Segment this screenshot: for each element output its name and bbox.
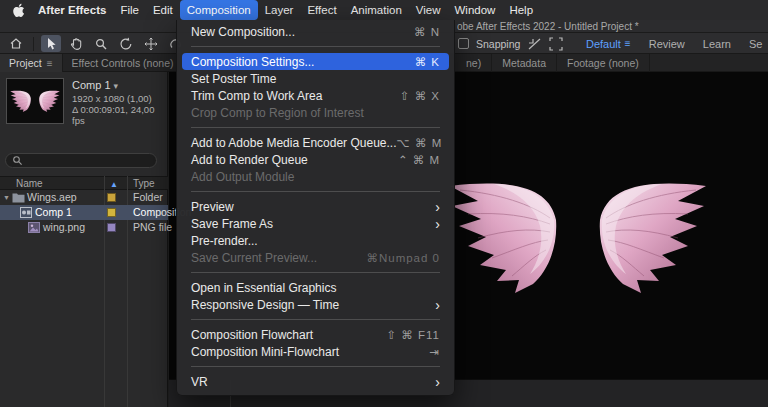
menubar-item-window[interactable]: Window [455, 0, 496, 20]
sort-ascending-icon[interactable]: ▲ [110, 180, 118, 189]
home-tool[interactable] [6, 35, 26, 52]
menu-item-shortcut: ⌥ ⌘ M [396, 136, 442, 150]
menubar-item-composition[interactable]: Composition [180, 0, 258, 20]
menu-separator [191, 366, 440, 367]
menu-item-add-to-adobe-media-encoder-queue[interactable]: Add to Adobe Media Encoder Queue...⌥ ⌘ M [182, 134, 449, 151]
workspace-label: Default [586, 38, 621, 50]
menu-item-shortcut: ⌘Numpad 0 [366, 251, 440, 265]
project-rows: ▼ Wings.aep Folder Comp 1 Composition [0, 190, 168, 235]
window-title: obe After Effects 2022 - Untitled Projec… [457, 21, 639, 32]
menu-separator [191, 127, 440, 128]
menubar-item-help[interactable]: Help [509, 0, 533, 20]
comp-duration: Δ 0:00:09:01, 24,00 fps [72, 104, 167, 126]
item-type: Folder [133, 191, 163, 203]
menu-item-label: Set Poster Time [191, 72, 276, 86]
after-effects-app: Comp 1 ▾ 1920 x 1080 (1,00) Δ 0:00:09:01… [0, 0, 768, 407]
menubar-item-after-effects[interactable]: After Effects [38, 0, 106, 20]
menu-item-shortcut: ⌘ N [414, 25, 440, 39]
menu-separator [191, 272, 440, 273]
comp-resolution: 1920 x 1080 (1,00) [72, 93, 152, 104]
macos-menubar: After EffectsFileEditCompositionLayerEff… [0, 0, 768, 20]
workspace-review[interactable]: Review [649, 38, 685, 50]
workspace-list: Default≡ReviewLearnSe [586, 33, 762, 54]
menu-item-label: Add to Adobe Media Encoder Queue... [191, 136, 396, 150]
panel-menu-icon[interactable]: ≡ [47, 58, 53, 69]
menubar-item-file[interactable]: File [120, 0, 139, 20]
menu-item-composition-mini-flowchart[interactable]: Composition Mini-Flowchart⇥ [182, 343, 449, 360]
project-row-wing-png[interactable]: wing.png PNG file [0, 220, 168, 235]
menu-item-responsive-design-time[interactable]: Responsive Design — Time› [182, 296, 449, 313]
menu-item-crop-comp-to-region-of-interest: Crop Comp to Region of Interest [182, 104, 449, 121]
submenu-arrow-icon: › [435, 219, 440, 229]
menu-item-preview[interactable]: Preview› [182, 198, 449, 215]
project-panel: Comp 1 ▾ 1920 x 1080 (1,00) Δ 0:00:09:01… [0, 72, 168, 407]
menu-item-label: Save Frame As [191, 217, 273, 231]
menu-item-shortcut: ⇧ ⌘ X [400, 89, 440, 103]
png-file-icon [28, 222, 40, 233]
menubar-item-view[interactable]: View [416, 0, 441, 20]
workspace-menu-icon[interactable]: ≡ [625, 38, 631, 49]
column-name[interactable]: Name [16, 178, 43, 189]
workspace-default[interactable]: Default≡ [586, 38, 631, 50]
column-type[interactable]: Type [133, 178, 155, 189]
comp-thumbnail[interactable] [6, 78, 64, 124]
menu-item-label: Composition Mini-Flowchart [191, 345, 339, 359]
menu-item-vr[interactable]: VR› [182, 373, 449, 390]
menu-separator [191, 46, 440, 47]
menu-item-pre-render[interactable]: Pre-render... [182, 232, 449, 249]
menu-item-composition-flowchart[interactable]: Composition Flowchart⇧ ⌘ F11 [182, 326, 449, 343]
search-input[interactable] [27, 155, 150, 166]
project-row-wings-aep[interactable]: ▼ Wings.aep Folder [0, 190, 168, 205]
orbit-camera-tool[interactable] [116, 35, 136, 52]
selection-tool[interactable] [41, 35, 61, 52]
tab-effect-controls-none[interactable]: Effect Controls (none) [63, 54, 184, 72]
submenu-arrow-icon: › [435, 377, 440, 387]
zoom-tool[interactable] [91, 35, 111, 52]
snapping-checkbox[interactable] [458, 38, 469, 49]
bounding-box-icon[interactable] [549, 37, 563, 51]
menu-item-label: Open in Essential Graphics [191, 281, 336, 295]
tab-footage-none[interactable]: Footage (none) [557, 54, 650, 72]
menu-item-label: Pre-render... [191, 234, 258, 248]
hand-tool[interactable] [66, 35, 86, 52]
project-search[interactable] [5, 153, 157, 168]
tab-ne[interactable]: ne) [456, 54, 492, 72]
menu-item-open-in-essential-graphics[interactable]: Open in Essential Graphics [182, 279, 449, 296]
snap-angle-icon[interactable] [527, 37, 542, 51]
menu-item-save-frame-as[interactable]: Save Frame As› [182, 215, 449, 232]
menu-item-label: VR [191, 375, 208, 389]
comp-name[interactable]: Comp 1 ▾ [72, 79, 118, 91]
label-color-swatch[interactable] [107, 208, 116, 217]
tab-metadata[interactable]: Metadata [492, 54, 557, 72]
menubar-item-layer[interactable]: Layer [265, 0, 294, 20]
menu-item-trim-comp-to-work-area[interactable]: Trim Comp to Work Area⇧ ⌘ X [182, 87, 449, 104]
composition-icon [20, 207, 32, 218]
project-row-comp-1[interactable]: Comp 1 Composition [0, 205, 168, 220]
workspace-learn[interactable]: Learn [703, 38, 731, 50]
tab-project[interactable]: Project≡ [0, 54, 63, 72]
menubar-item-animation[interactable]: Animation [351, 0, 402, 20]
snapping-label: Snapping [476, 38, 520, 50]
item-name: Wings.aep [27, 191, 77, 203]
project-column-header[interactable]: Name ▲ Type [0, 176, 168, 190]
tab-label: Effect Controls (none) [72, 57, 174, 69]
menu-item-composition-settings[interactable]: Composition Settings...⌘ K [182, 53, 449, 70]
item-name: Comp 1 [35, 206, 72, 218]
composition-menu: New Composition...⌘ NComposition Setting… [176, 20, 455, 396]
menu-item-add-to-render-queue[interactable]: Add to Render Queue⌃ ⌘ M [182, 151, 449, 168]
workspace-se[interactable]: Se [749, 38, 762, 50]
menu-item-label: Crop Comp to Region of Interest [191, 106, 364, 120]
menubar-item-edit[interactable]: Edit [153, 0, 173, 20]
menubar-items: After EffectsFileEditCompositionLayerEff… [38, 0, 533, 20]
menu-item-set-poster-time[interactable]: Set Poster Time [182, 70, 449, 87]
comp-dropdown-icon[interactable]: ▾ [114, 81, 119, 91]
label-color-swatch[interactable] [107, 193, 116, 202]
menu-item-new-composition[interactable]: New Composition...⌘ N [182, 23, 449, 40]
disclosure-triangle-icon[interactable]: ▼ [3, 194, 10, 201]
pan-tool[interactable] [141, 35, 161, 52]
apple-menu-icon[interactable] [12, 3, 25, 18]
menubar-item-effect[interactable]: Effect [307, 0, 336, 20]
label-color-swatch[interactable] [107, 223, 116, 232]
submenu-arrow-icon: › [435, 202, 440, 212]
snapping-group: Snapping [458, 33, 563, 54]
